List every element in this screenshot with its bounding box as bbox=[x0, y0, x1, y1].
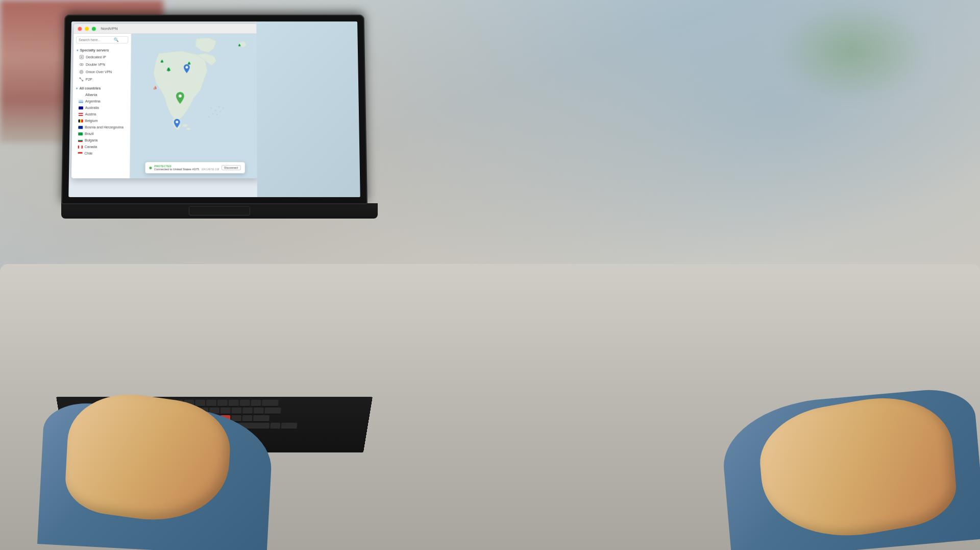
sidebar-item-belgium[interactable]: Belgium bbox=[72, 117, 130, 124]
double-vpn-label: Double VPN bbox=[86, 63, 105, 66]
sidebar-item-brazil[interactable]: Brazil bbox=[72, 130, 130, 137]
specialty-header[interactable]: ▼ Specialty servers bbox=[74, 47, 131, 54]
maximize-button[interactable] bbox=[92, 27, 96, 31]
key-backspace[interactable] bbox=[262, 400, 279, 406]
close-button[interactable] bbox=[78, 27, 82, 31]
connection-status-bar: PROTECTED Connected to United States #37… bbox=[145, 162, 244, 174]
key-tab[interactable] bbox=[148, 408, 164, 414]
sidebar-item-albania[interactable]: Albania bbox=[72, 91, 130, 98]
key-j[interactable] bbox=[231, 408, 241, 414]
key-v[interactable] bbox=[209, 415, 219, 422]
key-r[interactable] bbox=[184, 400, 194, 406]
double-vpn-icon bbox=[79, 62, 84, 67]
bg-foliage bbox=[776, 0, 929, 102]
minimize-button[interactable] bbox=[85, 27, 89, 31]
chile-label: Chile bbox=[84, 152, 92, 155]
p2p-icon bbox=[79, 77, 84, 82]
svg-point-20 bbox=[222, 107, 224, 109]
sidebar-item-austria[interactable]: Austria bbox=[72, 111, 130, 117]
key-g[interactable] bbox=[209, 408, 219, 414]
austria-flag-icon bbox=[79, 113, 83, 116]
key-w[interactable] bbox=[161, 400, 172, 406]
svg-line-9 bbox=[80, 78, 83, 81]
world-map-svg: 🌲 🌲 🌲 🌲 ⛵ bbox=[130, 34, 259, 178]
sidebar-item-chile[interactable]: Chile bbox=[72, 150, 130, 157]
svg-text:🌲: 🌲 bbox=[160, 59, 164, 63]
key-p[interactable] bbox=[251, 400, 261, 406]
svg-point-14 bbox=[214, 110, 216, 111]
key-enter[interactable] bbox=[264, 408, 281, 414]
key-alt[interactable] bbox=[159, 423, 169, 429]
key-k[interactable] bbox=[242, 408, 253, 414]
bosnia-label: Bosnia and Herzegovina bbox=[85, 126, 124, 129]
svg-point-27 bbox=[179, 94, 182, 98]
key-ctrl-r[interactable] bbox=[281, 423, 297, 429]
sidebar-item-p2p[interactable]: P2P bbox=[73, 76, 131, 83]
brazil-label: Brazil bbox=[85, 132, 93, 135]
keyboard[interactable] bbox=[56, 397, 373, 452]
key-u[interactable] bbox=[217, 400, 228, 406]
svg-point-6 bbox=[81, 71, 82, 73]
keyboard-base bbox=[61, 203, 378, 219]
svg-point-12 bbox=[186, 128, 190, 130]
connection-indicator bbox=[149, 166, 152, 169]
sidebar-item-dedicated-ip[interactable]: Dedicated IP bbox=[74, 54, 131, 61]
key-f[interactable] bbox=[198, 408, 208, 414]
key-shift-r[interactable] bbox=[253, 415, 270, 422]
search-input[interactable] bbox=[79, 38, 114, 42]
key-a[interactable] bbox=[165, 408, 175, 414]
key-h[interactable] bbox=[220, 408, 231, 414]
key-x[interactable] bbox=[187, 415, 198, 422]
key-shift-l[interactable] bbox=[159, 415, 176, 422]
svg-text:⛵: ⛵ bbox=[153, 85, 158, 90]
dedicated-ip-label: Dedicated IP bbox=[86, 55, 106, 59]
chile-flag-icon bbox=[78, 152, 83, 155]
search-icon: 🔍 bbox=[114, 38, 119, 42]
countries-header[interactable]: ▼ All countries bbox=[73, 85, 131, 92]
svg-point-16 bbox=[212, 113, 214, 115]
titlebar: NordVPN bbox=[74, 24, 259, 34]
sidebar-item-double-vpn[interactable]: Double VPN bbox=[73, 61, 130, 68]
sidebar-item-canada[interactable]: Canada bbox=[72, 144, 130, 150]
key-ctrl[interactable] bbox=[132, 423, 148, 429]
key-n[interactable] bbox=[231, 415, 241, 422]
app-sidebar[interactable]: 🔍 ▼ Specialty servers bbox=[71, 34, 131, 178]
sidebar-item-onion-vpn[interactable]: Onion Over VPN bbox=[73, 68, 130, 76]
laptop-screen: NordVPN 🔍 bbox=[68, 21, 360, 197]
key-i[interactable] bbox=[229, 400, 239, 406]
key-alt-r[interactable] bbox=[270, 423, 280, 429]
key-z[interactable] bbox=[176, 415, 186, 422]
disconnect-button[interactable]: Disconnect bbox=[222, 165, 240, 170]
keyboard-row-1 bbox=[60, 400, 369, 406]
key-m[interactable] bbox=[242, 415, 253, 422]
search-box[interactable]: 🔍 bbox=[76, 36, 128, 43]
sidebar-item-bosnia[interactable]: Bosnia and Herzegovina bbox=[72, 124, 130, 131]
key-l[interactable] bbox=[254, 408, 264, 414]
screen-bg bbox=[256, 21, 360, 197]
scene: NordVPN 🔍 bbox=[0, 0, 980, 550]
specialty-label: Specialty servers bbox=[80, 49, 109, 52]
key-o[interactable] bbox=[239, 400, 250, 406]
key-d[interactable] bbox=[187, 408, 198, 414]
key-b[interactable] bbox=[220, 415, 231, 422]
key-fn[interactable] bbox=[149, 423, 159, 429]
svg-text:🌲: 🌲 bbox=[166, 67, 171, 72]
specialty-section: ▼ Specialty servers Dedicated IP bbox=[73, 46, 131, 84]
key-space[interactable] bbox=[170, 423, 270, 429]
sidebar-item-argentina[interactable]: Argentina bbox=[72, 98, 130, 105]
key-e[interactable] bbox=[173, 400, 183, 406]
key-c[interactable] bbox=[199, 415, 209, 422]
sidebar-item-bulgaria[interactable]: Bulgaria bbox=[72, 137, 130, 144]
bosnia-flag-icon bbox=[78, 126, 83, 129]
canada-flag-icon bbox=[78, 145, 83, 148]
svg-point-1 bbox=[81, 56, 82, 58]
key-t[interactable] bbox=[195, 400, 205, 406]
key-q[interactable] bbox=[150, 400, 161, 406]
onion-vpn-icon bbox=[79, 69, 84, 74]
key-y[interactable] bbox=[206, 400, 216, 406]
trackpad[interactable] bbox=[189, 206, 250, 216]
sidebar-item-australia[interactable]: Australia bbox=[72, 105, 130, 111]
keyboard-row-2 bbox=[61, 408, 368, 414]
onion-vpn-label: Onion Over VPN bbox=[86, 70, 112, 74]
key-s[interactable] bbox=[176, 408, 186, 414]
